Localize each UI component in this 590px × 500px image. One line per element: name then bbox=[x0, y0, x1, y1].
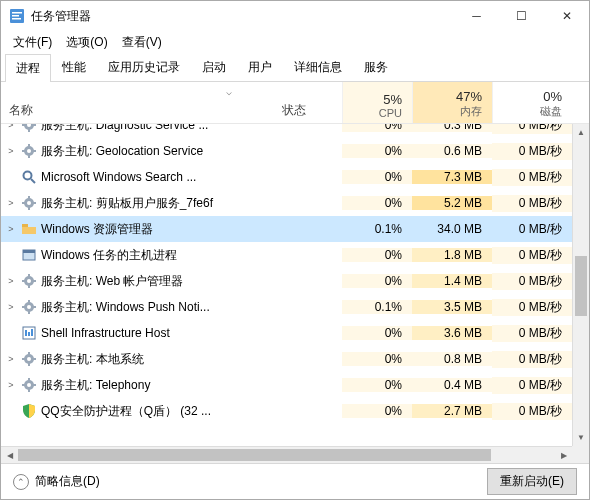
tab-processes[interactable]: 进程 bbox=[5, 54, 51, 82]
scroll-right-icon[interactable]: ▶ bbox=[555, 447, 572, 463]
svg-rect-48 bbox=[33, 358, 36, 360]
scroll-track[interactable] bbox=[573, 141, 589, 429]
table-row[interactable]: >服务主机: 本地系统0%0.8 MB0 MB/秒 bbox=[1, 346, 572, 372]
svg-rect-35 bbox=[28, 300, 30, 303]
cell-disk: 0 MB/秒 bbox=[492, 325, 572, 342]
cell-cpu: 0% bbox=[342, 404, 412, 418]
svg-rect-24 bbox=[22, 224, 28, 227]
table-row[interactable]: Windows 任务的主机进程0%1.8 MB0 MB/秒 bbox=[1, 242, 572, 268]
vertical-scrollbar[interactable]: ▲ ▼ bbox=[572, 124, 589, 446]
table-row[interactable]: QQ安全防护进程（Q盾） (32 ...0%2.7 MB0 MB/秒 bbox=[1, 398, 572, 424]
process-name: 服务主机: Telephony bbox=[41, 377, 150, 394]
process-icon bbox=[21, 124, 37, 133]
expand-toggle[interactable]: > bbox=[5, 302, 17, 312]
maximize-button[interactable]: ☐ bbox=[499, 1, 544, 31]
process-name: 服务主机: 本地系统 bbox=[41, 351, 144, 368]
process-icon bbox=[21, 169, 37, 185]
cell-memory: 2.7 MB bbox=[412, 404, 492, 418]
app-icon bbox=[9, 8, 25, 24]
fewer-details-toggle[interactable]: ⌃ 简略信息(D) bbox=[13, 473, 487, 490]
tab-services[interactable]: 服务 bbox=[353, 53, 399, 81]
cell-disk: 0 MB/秒 bbox=[492, 273, 572, 290]
menu-view[interactable]: 查看(V) bbox=[116, 32, 168, 53]
cell-memory: 0.8 MB bbox=[412, 352, 492, 366]
svg-rect-22 bbox=[22, 202, 25, 204]
column-name[interactable]: 名称 ⌵ bbox=[1, 82, 282, 123]
window-controls: ─ ☐ ✕ bbox=[454, 1, 589, 31]
table-row[interactable]: >服务主机: 剪贴板用户服务_7fe6f0%5.2 MB0 MB/秒 bbox=[1, 190, 572, 216]
horizontal-scrollbar[interactable]: ◀ ▶ bbox=[1, 446, 572, 463]
expand-toggle[interactable]: > bbox=[5, 146, 17, 156]
svg-point-44 bbox=[27, 357, 31, 361]
svg-rect-52 bbox=[28, 389, 30, 392]
cell-disk: 0 MB/秒 bbox=[492, 124, 572, 134]
restart-button[interactable]: 重新启动(E) bbox=[487, 468, 577, 495]
svg-rect-36 bbox=[28, 311, 30, 314]
scroll-down-icon[interactable]: ▼ bbox=[573, 429, 589, 446]
svg-rect-9 bbox=[33, 124, 36, 126]
table-row[interactable]: >服务主机: Windows Push Noti...0.1%3.5 MB0 M… bbox=[1, 294, 572, 320]
tab-startup[interactable]: 启动 bbox=[191, 53, 237, 81]
table-row[interactable]: Microsoft Windows Search ...0%7.3 MB0 MB… bbox=[1, 164, 572, 190]
hscroll-track[interactable] bbox=[18, 447, 555, 463]
close-button[interactable]: ✕ bbox=[544, 1, 589, 31]
process-icon bbox=[21, 143, 37, 159]
tab-details[interactable]: 详细信息 bbox=[283, 53, 353, 81]
process-icon bbox=[21, 299, 37, 315]
tab-app-history[interactable]: 应用历史记录 bbox=[97, 53, 191, 81]
expand-toggle[interactable]: > bbox=[5, 198, 17, 208]
column-cpu[interactable]: 5% CPU bbox=[342, 82, 412, 123]
table-row[interactable]: >服务主机: Web 帐户管理器0%1.4 MB0 MB/秒 bbox=[1, 268, 572, 294]
svg-rect-37 bbox=[22, 306, 25, 308]
table-row[interactable]: >服务主机: Geolocation Service0%0.6 MB0 MB/秒 bbox=[1, 138, 572, 164]
process-name: Shell Infrastructure Host bbox=[41, 326, 170, 340]
cell-cpu: 0% bbox=[342, 352, 412, 366]
process-icon bbox=[21, 247, 37, 263]
column-disk[interactable]: 0% 磁盘 bbox=[492, 82, 572, 123]
column-memory[interactable]: 47% 内存 bbox=[412, 82, 492, 123]
column-status[interactable]: 状态 bbox=[282, 82, 342, 123]
tab-performance[interactable]: 性能 bbox=[51, 53, 97, 81]
process-name: 服务主机: Web 帐户管理器 bbox=[41, 273, 183, 290]
scroll-up-icon[interactable]: ▲ bbox=[573, 124, 589, 141]
table-row[interactable]: >服务主机: Diagnostic Service ...0%0.3 MB0 M… bbox=[1, 124, 572, 138]
svg-point-50 bbox=[27, 383, 31, 387]
cell-name: Windows 任务的主机进程 bbox=[1, 247, 282, 264]
svg-rect-26 bbox=[23, 250, 35, 253]
table-row[interactable]: Shell Infrastructure Host0%3.6 MB0 MB/秒 bbox=[1, 320, 572, 346]
process-icon bbox=[21, 325, 37, 341]
mem-label: 内存 bbox=[460, 104, 482, 119]
cell-memory: 1.8 MB bbox=[412, 248, 492, 262]
minimize-button[interactable]: ─ bbox=[454, 1, 499, 31]
process-name: Windows 资源管理器 bbox=[41, 221, 153, 238]
process-icon bbox=[21, 221, 37, 237]
cell-name: >Windows 资源管理器 bbox=[1, 221, 282, 238]
titlebar[interactable]: 任务管理器 ─ ☐ ✕ bbox=[1, 1, 589, 31]
window-title: 任务管理器 bbox=[31, 8, 454, 25]
scroll-thumb[interactable] bbox=[575, 256, 587, 316]
expand-toggle[interactable]: > bbox=[5, 124, 17, 130]
table-row[interactable]: >服务主机: Telephony0%0.4 MB0 MB/秒 bbox=[1, 372, 572, 398]
tab-users[interactable]: 用户 bbox=[237, 53, 283, 81]
cell-cpu: 0% bbox=[342, 326, 412, 340]
process-name: QQ安全防护进程（Q盾） (32 ... bbox=[41, 403, 211, 420]
scroll-corner bbox=[572, 446, 589, 463]
cpu-percent: 5% bbox=[383, 92, 402, 107]
expand-toggle[interactable]: > bbox=[5, 224, 17, 234]
hscroll-thumb[interactable] bbox=[18, 449, 491, 461]
expand-toggle[interactable]: > bbox=[5, 354, 17, 364]
expand-toggle[interactable]: > bbox=[5, 276, 17, 286]
disk-percent: 0% bbox=[543, 89, 562, 104]
menu-file[interactable]: 文件(F) bbox=[7, 32, 58, 53]
svg-rect-54 bbox=[33, 384, 36, 386]
menu-options[interactable]: 选项(O) bbox=[60, 32, 113, 53]
expand-toggle[interactable]: > bbox=[5, 380, 17, 390]
cell-name: >服务主机: 本地系统 bbox=[1, 351, 282, 368]
cell-memory: 34.0 MB bbox=[412, 222, 492, 236]
cell-name: Shell Infrastructure Host bbox=[1, 325, 282, 341]
scroll-left-icon[interactable]: ◀ bbox=[1, 447, 18, 463]
table-row[interactable]: >Windows 资源管理器0.1%34.0 MB0 MB/秒 bbox=[1, 216, 572, 242]
svg-rect-42 bbox=[31, 329, 33, 336]
svg-rect-21 bbox=[28, 207, 30, 210]
svg-rect-3 bbox=[12, 18, 21, 20]
